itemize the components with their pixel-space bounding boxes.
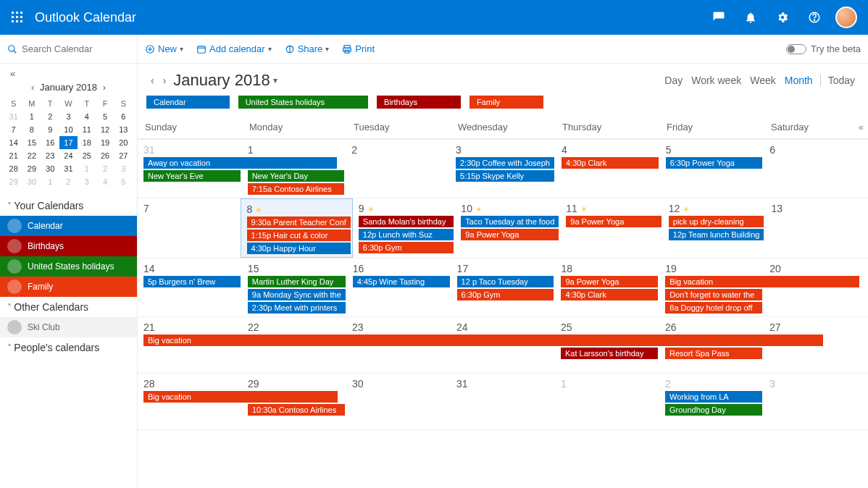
group-your-calendars[interactable]: Your Calendars [0, 195, 137, 216]
mini-day[interactable]: 2 [59, 175, 78, 188]
event[interactable]: Working from LA [665, 391, 762, 403]
event[interactable]: 8a Doggy hotel drop off [665, 302, 762, 314]
day-cell[interactable]: 3 [764, 374, 868, 429]
prev-month-icon[interactable]: ‹ [25, 82, 40, 93]
sidebar-calendar-united-states-holidays[interactable]: United States holidays [0, 256, 137, 277]
event[interactable]: 6:30p Gym [359, 242, 454, 253]
mini-day[interactable]: 28 [4, 162, 22, 175]
event[interactable]: 9a Power Yoga [461, 229, 559, 240]
collapse-right-icon[interactable]: « [859, 122, 864, 132]
app-launcher-icon[interactable] [6, 6, 29, 29]
mini-day[interactable]: 29 [22, 162, 41, 175]
mini-day[interactable]: 26 [96, 149, 114, 162]
day-cell[interactable]: 2 [346, 140, 450, 198]
event[interactable]: Resort Spa Pass [665, 348, 762, 359]
mini-day[interactable]: 30 [22, 175, 41, 188]
collapse-icon[interactable]: « [4, 68, 133, 79]
day-cell[interactable]: 30 [346, 374, 451, 429]
event[interactable]: 9a Power Yoga [561, 276, 658, 287]
mini-day[interactable]: 14 [4, 136, 22, 149]
mini-day[interactable]: 1 [78, 162, 96, 175]
event[interactable]: Away on vacation [143, 157, 337, 169]
mini-day[interactable]: 16 [41, 136, 59, 149]
event[interactable]: pick up dry-cleaning [669, 216, 764, 227]
sidebar-calendar-calendar[interactable]: Calendar [0, 216, 137, 236]
mini-day[interactable]: 5 [114, 175, 133, 188]
event[interactable]: Martin Luther King Day [248, 276, 346, 287]
view-workweek[interactable]: Work week [691, 75, 741, 86]
event[interactable]: New Year's Eve [143, 170, 241, 182]
next-period-icon[interactable]: › [159, 72, 171, 89]
day-cell[interactable]: 28Big vacation [138, 374, 242, 429]
mini-day[interactable]: 8 [22, 123, 41, 136]
mini-day[interactable]: 29 [4, 175, 22, 188]
mini-day[interactable]: 31 [4, 110, 22, 123]
event[interactable]: Big vacation [665, 276, 859, 287]
mini-day[interactable]: 31 [59, 162, 78, 175]
mini-day[interactable]: 3 [114, 162, 133, 175]
mini-day[interactable]: 11 [78, 123, 96, 136]
day-cell[interactable]: 1 [555, 374, 659, 429]
day-cell[interactable]: 44:30p Clark [556, 140, 660, 198]
event[interactable]: 12 p Taco Tuesday [457, 276, 554, 287]
mini-day[interactable]: 10 [59, 123, 78, 136]
print-button[interactable]: Print [342, 43, 375, 54]
prev-period-icon[interactable]: ‹ [146, 72, 159, 89]
event[interactable]: 2:30p Coffee with Joseph [456, 157, 554, 169]
day-cell[interactable]: 31 [451, 374, 555, 429]
day-cell[interactable]: 32:30p Coffee with Joseph5:15p Skype Kel… [450, 140, 556, 198]
share-button[interactable]: Share▾ [285, 43, 330, 54]
new-button[interactable]: New▾ [145, 43, 183, 54]
mini-day[interactable]: 7 [4, 123, 22, 136]
event[interactable]: 9a Monday Sync with the [248, 289, 346, 300]
mini-day[interactable]: 21 [4, 149, 22, 162]
day-cell[interactable]: 8☀9:30a Parent Teacher Conf1:15p Hair cu… [241, 198, 353, 258]
day-cell[interactable]: 189a Power Yoga4:30p Clark [555, 258, 659, 316]
event[interactable]: Groundhog Day [665, 404, 762, 416]
sidebar-calendar-family[interactable]: Family [0, 277, 137, 297]
event[interactable]: 5:15p Skype Kelly [456, 170, 554, 182]
day-cell[interactable]: 6 [764, 140, 868, 198]
day-cell[interactable]: 145p Burgers n' Brew [138, 258, 242, 316]
mini-day[interactable]: 23 [41, 149, 59, 162]
day-cell[interactable]: 19Big vacationDon't forget to water the8… [659, 258, 764, 316]
next-month-icon[interactable]: › [97, 82, 112, 93]
event[interactable]: 12p Lunch with Suz [359, 229, 454, 240]
mini-day[interactable]: 5 [96, 110, 114, 123]
view-today[interactable]: Today [828, 75, 855, 86]
sidebar-calendar-ski-club[interactable]: Ski Club [0, 317, 137, 337]
mini-day[interactable]: 27 [114, 149, 133, 162]
mini-day[interactable]: 9 [41, 123, 59, 136]
page-title[interactable]: January 2018 [173, 71, 270, 90]
event[interactable]: New Year's Day [248, 170, 345, 182]
title-dropdown-icon[interactable]: ▾ [273, 75, 277, 85]
day-cell[interactable]: 56:30p Power Yoga [660, 140, 764, 198]
day-cell[interactable]: 1712 p Taco Tuesday6:30p Gym [451, 258, 556, 316]
day-cell[interactable]: 164:45p Wine Tasting [347, 258, 451, 316]
mini-day[interactable]: 1 [22, 110, 41, 123]
event[interactable]: 5p Burgers n' Brew [143, 276, 241, 287]
event[interactable]: 7:15a Contoso Airlines [248, 183, 345, 195]
mini-day[interactable]: 3 [78, 175, 96, 188]
beta-toggle[interactable] [786, 44, 806, 54]
event[interactable]: 9:30a Parent Teacher Conf [247, 216, 351, 228]
mini-day[interactable]: 15 [22, 136, 41, 149]
day-cell[interactable]: 12☀pick up dry-cleaning12p Team lunch Bu… [663, 198, 766, 258]
event[interactable]: Kat Larsson's birthday [561, 348, 658, 359]
view-day[interactable]: Day [664, 75, 683, 86]
day-cell[interactable]: 7 [138, 198, 241, 258]
mini-day[interactable]: 4 [96, 175, 114, 188]
day-cell[interactable]: 11☀9a Power Yoga [560, 198, 663, 258]
add-calendar-button[interactable]: Add calendar▾ [196, 43, 272, 54]
mini-day[interactable]: 2 [41, 110, 59, 123]
mini-day[interactable]: 12 [96, 123, 114, 136]
search-row[interactable] [0, 35, 137, 64]
view-week[interactable]: Week [750, 75, 776, 86]
mini-day[interactable]: 1 [41, 175, 59, 188]
mini-day[interactable]: 19 [96, 136, 114, 149]
mini-day[interactable]: 6 [114, 110, 133, 123]
event[interactable]: 4:30p Clark [561, 289, 658, 300]
mini-day[interactable]: 18 [78, 136, 96, 149]
event[interactable]: 10:30a Contoso Airlines [248, 404, 345, 416]
mini-day[interactable]: 17 [59, 136, 78, 149]
